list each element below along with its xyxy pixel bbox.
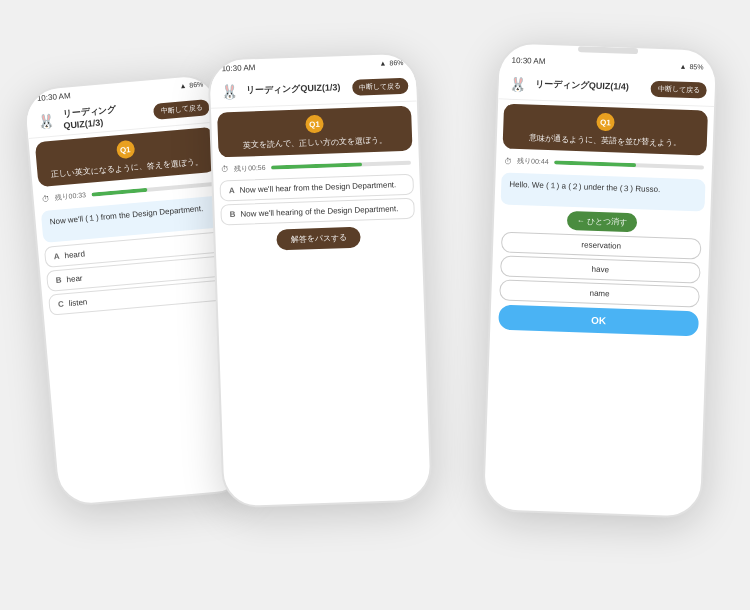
signal-mid: ▲ bbox=[379, 59, 386, 66]
opt-text-b-left: hear bbox=[66, 274, 83, 284]
q-text-left: 正しい英文になるように、答えを選ぼう。 bbox=[47, 156, 206, 181]
opt-text-c-left: listen bbox=[68, 298, 87, 309]
app-header-mid: 🐰 リーディングQUIZ(1/3) 中断して戻る bbox=[210, 70, 417, 109]
opt-text-b-mid: Now we'll hearing of the Design Departme… bbox=[240, 204, 398, 219]
progress-fill-mid bbox=[271, 163, 362, 170]
opt-text-a-mid: Now we'll hear from the Design Departmen… bbox=[239, 180, 396, 194]
q-text-mid: 英文を読んで、正しい方の文を選ぼう。 bbox=[228, 134, 402, 151]
pause-btn-left[interactable]: 中断して戻る bbox=[153, 99, 210, 120]
bunny-icon-mid: 🐰 bbox=[218, 80, 241, 103]
progress-fill-left bbox=[91, 188, 148, 197]
q-badge-mid: Q1 bbox=[305, 115, 324, 134]
opt-text-a-left: heard bbox=[64, 250, 85, 261]
timer-icon-mid: ⏱ bbox=[221, 165, 229, 174]
signal-left: ▲ bbox=[179, 81, 187, 89]
q-badge-right: Q1 bbox=[596, 113, 615, 132]
header-title-right: リーディングQUIZ(1/4) bbox=[535, 78, 645, 95]
battery-right: 85% bbox=[689, 62, 703, 69]
progress-bar-mid bbox=[271, 161, 412, 170]
progress-fill-right bbox=[554, 160, 637, 167]
word-option-reservation[interactable]: reservation bbox=[501, 232, 702, 260]
status-icons-mid: ▲ 86% bbox=[379, 58, 403, 66]
progress-bar-left bbox=[91, 182, 216, 197]
timer-text-mid: 残り00:56 bbox=[234, 163, 266, 174]
opt-label-c-left: C bbox=[58, 300, 65, 309]
opt-label-a-left: A bbox=[53, 252, 60, 261]
option-b-mid[interactable]: B Now we'll hearing of the Design Depart… bbox=[220, 198, 415, 226]
question-area-right: Q1 意味が通るように、英語を並び替えよう。 bbox=[503, 104, 708, 156]
timer-text-left: 残り00:33 bbox=[54, 190, 86, 203]
signal-right: ▲ bbox=[679, 62, 686, 69]
timer-icon-left: ⏱ bbox=[41, 194, 50, 204]
notch-right bbox=[578, 46, 638, 54]
word-option-have[interactable]: have bbox=[500, 256, 701, 284]
pause-btn-mid[interactable]: 中断して戻る bbox=[352, 77, 409, 95]
time-mid: 10:30 AM bbox=[221, 63, 255, 73]
skip-btn-mid[interactable]: 解答をパスする bbox=[276, 227, 361, 251]
word-option-name[interactable]: name bbox=[499, 280, 700, 308]
ok-btn-right[interactable]: OK bbox=[498, 305, 699, 337]
pause-btn-right[interactable]: 中断して戻る bbox=[650, 80, 707, 98]
question-area-mid: Q1 英文を読んで、正しい方の文を選ぼう。 bbox=[217, 106, 412, 158]
bunny-icon-right: 🐰 bbox=[506, 72, 529, 95]
timer-text-right: 残り00:44 bbox=[517, 156, 549, 167]
scene: 10:30 AM ▲ 86% 🐰 リーディングQUIZ(1/3) 中断して戻る … bbox=[0, 0, 750, 610]
opt-label-b-left: B bbox=[55, 276, 62, 285]
timer-icon-right: ⏱ bbox=[504, 156, 512, 165]
answer-box-right: Hello. We (１) a (２) under the (３) Russo. bbox=[501, 173, 706, 212]
bunny-icon-left: 🐰 bbox=[34, 109, 58, 133]
time-right: 10:30 AM bbox=[511, 55, 545, 65]
phone-right: 10:30 AM ▲ 85% 🐰 リーディングQUIZ(1/4) 中断して戻る … bbox=[482, 41, 718, 518]
status-icons-left: ▲ 86% bbox=[179, 80, 203, 89]
q-badge-left: Q1 bbox=[115, 140, 135, 160]
opt-label-b-mid: B bbox=[230, 210, 236, 219]
opt-label-a-mid: A bbox=[229, 186, 235, 195]
undo-btn-right[interactable]: ← ひとつ消す bbox=[567, 211, 638, 232]
time-left: 10:30 AM bbox=[36, 91, 70, 103]
header-title-left: リーディングQUIZ(1/3) bbox=[62, 100, 149, 130]
phone-mid: 10:30 AM ▲ 86% 🐰 リーディングQUIZ(1/3) 中断して戻る … bbox=[207, 51, 433, 508]
header-title-mid: リーディングQUIZ(1/3) bbox=[246, 81, 346, 97]
q-text-right: 意味が通るように、英語を並び替えよう。 bbox=[513, 132, 697, 150]
app-header-right: 🐰 リーディングQUIZ(1/4) 中断して戻る bbox=[498, 67, 715, 107]
progress-bar-right bbox=[554, 160, 705, 169]
status-icons-right: ▲ 85% bbox=[679, 62, 703, 70]
battery-left: 86% bbox=[189, 80, 204, 88]
option-a-mid[interactable]: A Now we'll hear from the Design Departm… bbox=[219, 174, 414, 202]
battery-mid: 86% bbox=[389, 58, 403, 65]
timer-row-right: ⏱ 残り00:44 bbox=[496, 152, 712, 176]
